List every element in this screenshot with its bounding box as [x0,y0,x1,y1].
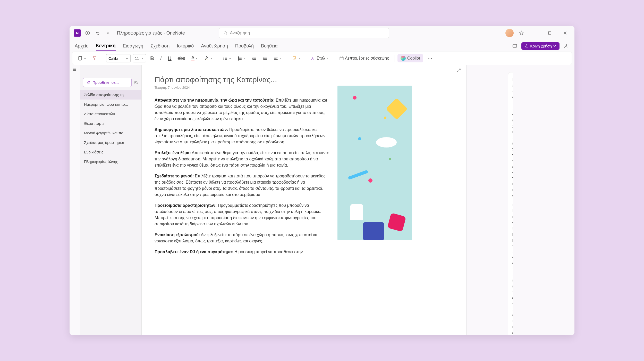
strikethrough-button[interactable]: abc [176,54,187,63]
ribbon-toolbar: Calibri 11 B I U abc A 123 AΣτυλ Λεπτομέ… [72,52,572,65]
back-button[interactable] [84,29,91,37]
meeting-details-button[interactable]: Λεπτομέρειες σύσκεψης [337,54,391,63]
bullet-list-button[interactable] [221,54,233,63]
content-area: Αναζήτηση σημειωματ... Προσθήκη σε... Σε… [70,65,574,335]
font-name-select[interactable]: Calibri [106,54,131,62]
menu-history[interactable]: Ιστορικό [177,42,194,50]
party-image[interactable] [337,86,412,240]
page-item[interactable]: Ημερομηνία, ώρα και το... [80,100,141,109]
qat-dropdown[interactable] [105,29,112,37]
svg-rect-15 [340,57,343,60]
note-paragraph[interactable]: Επιλέξτε ένα θέμα: Αποφασίστε ένα θέμα γ… [155,150,330,168]
note-paragraph[interactable]: Σχεδιάστε το μενού: Επιλέξτε τρόφιμα και… [155,173,330,198]
styles-button[interactable]: AΣτυλ [309,54,331,63]
sort-button[interactable] [134,80,138,85]
maximize-button[interactable] [545,29,555,37]
expand-button[interactable] [456,68,461,73]
mode-switch-icon[interactable] [512,43,517,48]
svg-rect-3 [513,44,517,47]
svg-point-7 [224,57,224,58]
menu-file[interactable]: Αρχείο [75,42,89,50]
comments-icon[interactable] [564,43,569,49]
menu-help[interactable]: Βοήθεια [261,42,277,50]
note-title[interactable]: Πάρτι αποφοίτησης της Κατερίνας... [155,75,330,84]
page-item[interactable]: Πληροφορίες ζώνης [80,157,141,166]
note-canvas[interactable]: Πάρτι αποφοίτησης της Κατερίνας... Τετάρ… [142,65,466,335]
copilot-response: Ενοικίαση εξοπλισμού: Αν φιλοξενείτε το … [508,72,513,335]
note-paragraph[interactable]: Προσλάβετε έναν DJ ή ένα συγκρότημα: Η μ… [155,249,330,255]
hamburger-icon[interactable] [72,67,77,72]
note-date: Τετάρτη, 7 Ιουνίου 2024 [155,86,330,89]
menu-home[interactable]: Κεντρική [96,42,116,51]
italic-button[interactable]: I [158,54,164,63]
user-avatar[interactable] [505,29,514,37]
copilot-icon [401,56,406,61]
app-window: N Πληροφορίες για εμάς - OneNote Αναζήτη… [70,26,574,335]
font-size-select[interactable]: 11 [133,54,146,62]
svg-point-0 [86,31,90,35]
svg-text:A: A [311,57,313,60]
share-button[interactable]: Κοινή χρήση [521,42,560,50]
page-item[interactable]: Ενοικιάσεις [80,147,141,157]
copilot-ribbon-button[interactable]: Copilot [397,54,423,62]
page-sidebar: Προσθήκη σε... Σελίδα αποφοίτησης τη... … [80,65,142,335]
page-item[interactable]: Θέμα πάρτι [80,119,141,128]
more-options-button[interactable]: ⋯ [425,54,435,63]
note-paragraph[interactable]: Προετοιμασία δραστηριοτήτων: Προγραμματί… [155,202,330,227]
close-button[interactable] [560,29,570,37]
search-input[interactable]: Αναζήτηση [219,28,389,38]
highlight-button[interactable] [202,54,215,63]
svg-text:3: 3 [238,59,239,61]
page-item[interactable]: Σχεδιασμός δραστηριοτ... [80,138,141,147]
share-icon [525,44,529,48]
minimize-button[interactable] [529,29,539,37]
svg-rect-2 [548,32,551,34]
edit-icon [86,80,90,85]
copilot-pane: Copilot Ενοικίαση εξοπλισμού: Αν φιλοξεν… [466,65,574,335]
search-icon [223,31,227,35]
note-paragraph[interactable]: Δημιουργήστε μια λίστα επισκεπτών: Προσδ… [155,127,330,145]
menu-insert[interactable]: Εισαγωγή [123,42,143,50]
svg-point-9 [224,59,224,60]
titlebar: N Πληροφορίες για εμάς - OneNote Αναζήτη… [70,26,574,40]
format-painter-button[interactable] [90,54,100,63]
paste-button[interactable] [75,54,88,63]
chevron-down-icon [553,45,556,47]
numbered-list-button[interactable]: 123 [235,54,248,63]
note-paragraph[interactable]: Αποφασίστε για την ημερομηνία, την ώρα κ… [155,97,330,122]
page-item[interactable]: Λίστα επισκεπτών [80,109,141,119]
svg-point-4 [565,44,567,46]
bold-button[interactable]: B [148,54,156,63]
menu-view[interactable]: Προβολή [235,42,254,50]
premium-icon[interactable] [519,30,524,36]
outdent-button[interactable] [250,54,259,63]
page-item[interactable]: Μενού φαγητών και πο... [80,128,141,138]
copilot-header: Copilot Ενοικίαση εξοπλισμού: Αν φιλοξεν… [467,65,574,335]
align-button[interactable] [272,54,284,63]
menubar: Αρχείο Κεντρική Εισαγωγή Σχεδίαση Ιστορι… [70,40,574,52]
search-placeholder: Αναζήτηση [230,31,250,35]
copilot-body: Ενοικίαση εξοπλισμού: Αν φιλοξενείτε το … [503,69,513,335]
underline-button[interactable]: U [166,54,173,63]
onenote-app-icon: N [74,29,81,37]
note-paragraph[interactable]: Ενοικίαση εξοπλισμού: Αν φιλοξενείτε το … [155,232,330,244]
menu-review[interactable]: Αναθεώρηση [201,42,228,50]
tag-button[interactable] [290,54,303,63]
svg-rect-13 [293,56,296,59]
page-item[interactable]: Σελίδα αποφοίτησης τη... [80,90,141,100]
window-title: Πληροφορίες για εμάς - OneNote [117,30,185,36]
undo-button[interactable] [94,29,101,37]
menu-draw[interactable]: Σχεδίαση [150,42,170,50]
add-page-button[interactable]: Προσθήκη σε... [83,78,132,87]
svg-point-8 [224,58,224,59]
svg-point-1 [224,32,226,34]
indent-button[interactable] [261,54,269,63]
page-list: Σελίδα αποφοίτησης τη... Ημερομηνία, ώρα… [80,90,141,166]
font-color-button[interactable]: A [189,54,200,63]
